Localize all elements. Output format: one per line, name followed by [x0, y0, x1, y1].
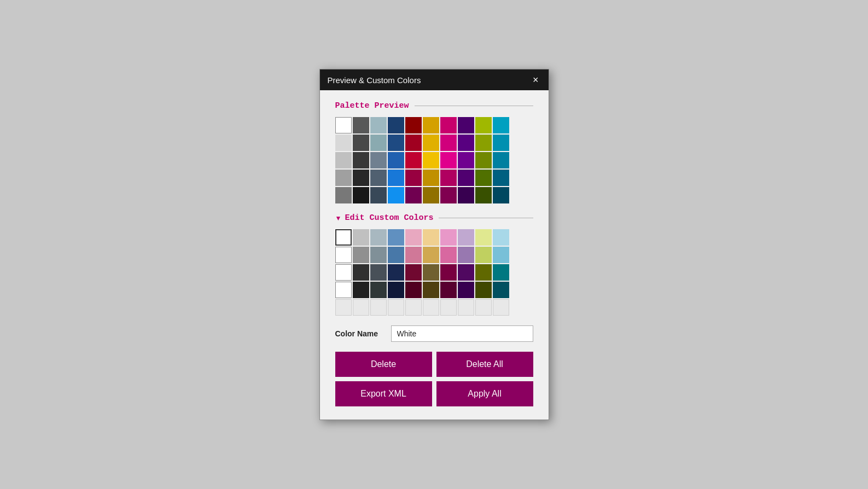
custom-swatch[interactable] [353, 282, 369, 298]
palette-swatch[interactable] [405, 152, 422, 168]
custom-swatch[interactable] [440, 264, 457, 281]
palette-swatch[interactable] [405, 170, 422, 186]
custom-swatch-empty[interactable] [440, 299, 457, 316]
palette-swatch[interactable] [423, 187, 439, 203]
custom-swatch[interactable] [440, 282, 457, 298]
palette-swatch[interactable] [353, 152, 369, 168]
custom-swatch-empty[interactable] [370, 299, 387, 316]
custom-swatch[interactable] [353, 229, 369, 246]
custom-swatch[interactable] [335, 247, 352, 263]
custom-swatch[interactable] [423, 282, 439, 298]
palette-swatch[interactable] [388, 170, 404, 186]
palette-swatch[interactable] [370, 117, 387, 133]
custom-swatch[interactable] [405, 229, 422, 246]
palette-swatch[interactable] [335, 117, 352, 133]
palette-swatch[interactable] [405, 135, 422, 151]
custom-swatch-empty[interactable] [493, 299, 509, 316]
color-name-input[interactable] [391, 325, 533, 342]
custom-swatch[interactable] [405, 264, 422, 281]
palette-swatch[interactable] [370, 135, 387, 151]
custom-swatch[interactable] [388, 229, 404, 246]
palette-swatch[interactable] [423, 170, 439, 186]
palette-swatch[interactable] [353, 117, 369, 133]
custom-swatch[interactable] [353, 264, 369, 281]
custom-swatch[interactable] [493, 282, 509, 298]
palette-swatch[interactable] [493, 117, 509, 133]
custom-swatch-selected[interactable] [335, 229, 352, 246]
palette-swatch[interactable] [475, 152, 492, 168]
palette-swatch[interactable] [475, 170, 492, 186]
custom-swatch[interactable] [475, 264, 492, 281]
palette-swatch[interactable] [335, 187, 352, 203]
palette-swatch[interactable] [458, 152, 474, 168]
palette-swatch[interactable] [458, 170, 474, 186]
custom-swatch-empty[interactable] [388, 299, 404, 316]
custom-swatch[interactable] [458, 229, 474, 246]
palette-swatch[interactable] [405, 117, 422, 133]
custom-swatch[interactable] [423, 264, 439, 281]
palette-swatch[interactable] [440, 187, 457, 203]
custom-swatch[interactable] [423, 229, 439, 246]
custom-swatch[interactable] [458, 247, 474, 263]
apply-all-button[interactable]: Apply All [436, 381, 533, 406]
palette-swatch[interactable] [440, 170, 457, 186]
custom-swatch[interactable] [353, 247, 369, 263]
palette-swatch[interactable] [388, 135, 404, 151]
custom-swatch-empty[interactable] [475, 299, 492, 316]
custom-swatch[interactable] [458, 264, 474, 281]
palette-swatch[interactable] [388, 187, 404, 203]
custom-swatch[interactable] [405, 247, 422, 263]
custom-swatch[interactable] [388, 282, 404, 298]
custom-swatch[interactable] [388, 247, 404, 263]
custom-swatch[interactable] [475, 247, 492, 263]
custom-swatch[interactable] [370, 282, 387, 298]
custom-swatch-empty[interactable] [353, 299, 369, 316]
delete-button[interactable]: Delete [335, 352, 432, 377]
custom-swatch[interactable] [475, 229, 492, 246]
custom-swatch[interactable] [388, 264, 404, 281]
palette-swatch[interactable] [440, 135, 457, 151]
palette-swatch[interactable] [475, 135, 492, 151]
custom-swatch[interactable] [440, 247, 457, 263]
palette-swatch[interactable] [388, 152, 404, 168]
palette-swatch[interactable] [458, 117, 474, 133]
palette-swatch[interactable] [440, 152, 457, 168]
custom-swatch[interactable] [493, 247, 509, 263]
close-button[interactable]: × [531, 74, 541, 86]
palette-swatch[interactable] [423, 117, 439, 133]
palette-swatch[interactable] [335, 135, 352, 151]
custom-swatch[interactable] [370, 229, 387, 246]
palette-swatch[interactable] [493, 187, 509, 203]
palette-swatch[interactable] [493, 170, 509, 186]
palette-swatch[interactable] [335, 152, 352, 168]
custom-swatch[interactable] [405, 282, 422, 298]
palette-swatch[interactable] [353, 170, 369, 186]
custom-swatch[interactable] [475, 282, 492, 298]
palette-swatch[interactable] [353, 135, 369, 151]
palette-swatch[interactable] [353, 187, 369, 203]
palette-swatch[interactable] [423, 152, 439, 168]
palette-swatch[interactable] [370, 152, 387, 168]
palette-swatch[interactable] [405, 187, 422, 203]
palette-swatch[interactable] [388, 117, 404, 133]
custom-swatch[interactable] [458, 282, 474, 298]
delete-all-button[interactable]: Delete All [436, 352, 533, 377]
custom-swatch[interactable] [335, 282, 352, 298]
palette-swatch[interactable] [475, 117, 492, 133]
custom-swatch-empty[interactable] [423, 299, 439, 316]
custom-swatch[interactable] [370, 247, 387, 263]
custom-swatch[interactable] [493, 264, 509, 281]
custom-swatch[interactable] [423, 247, 439, 263]
custom-swatch-empty[interactable] [405, 299, 422, 316]
custom-swatch[interactable] [335, 264, 352, 281]
custom-swatch[interactable] [493, 229, 509, 246]
palette-swatch[interactable] [335, 170, 352, 186]
palette-swatch[interactable] [458, 135, 474, 151]
palette-swatch[interactable] [440, 117, 457, 133]
palette-swatch[interactable] [423, 135, 439, 151]
palette-swatch[interactable] [475, 187, 492, 203]
export-xml-button[interactable]: Export XML [335, 381, 432, 406]
custom-swatch[interactable] [440, 229, 457, 246]
palette-swatch[interactable] [370, 170, 387, 186]
palette-swatch[interactable] [493, 152, 509, 168]
